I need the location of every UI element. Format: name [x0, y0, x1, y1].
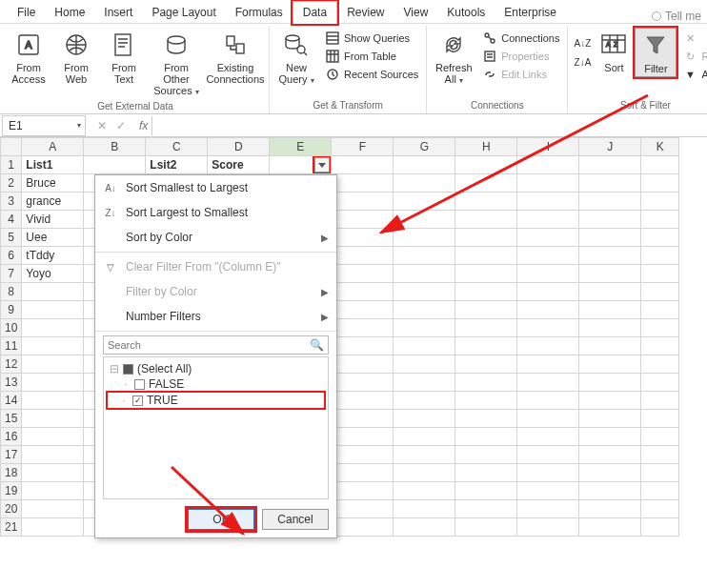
chevron-down-icon[interactable]: ▾ — [77, 121, 81, 130]
sort-smallest-largest[interactable]: A↓Sort Smallest to Largest — [95, 175, 336, 200]
cell-K4[interactable] — [641, 211, 679, 229]
cell-H13[interactable] — [455, 374, 517, 392]
cell-J11[interactable] — [579, 337, 641, 355]
cell-G8[interactable] — [394, 283, 455, 301]
col-header-K[interactable]: K — [641, 138, 679, 156]
cell-J6[interactable] — [579, 247, 641, 265]
cell-J16[interactable] — [579, 428, 641, 446]
row-header-8[interactable]: 8 — [1, 283, 22, 301]
cell-F13[interactable] — [332, 374, 394, 392]
cell-D1[interactable]: Score — [208, 156, 270, 174]
cell-F6[interactable] — [332, 247, 394, 265]
cell-F20[interactable] — [332, 500, 394, 518]
cell-F3[interactable] — [332, 193, 394, 211]
existing-connections-button[interactable]: Existing Connections — [206, 28, 265, 87]
cell-G11[interactable] — [394, 337, 455, 355]
cell-A10[interactable] — [22, 319, 84, 337]
checkbox-unchecked-icon[interactable] — [134, 379, 145, 390]
cell-I17[interactable] — [517, 446, 579, 464]
cell-A4[interactable]: Vivid — [22, 211, 84, 229]
cell-G12[interactable] — [394, 355, 455, 374]
cell-A18[interactable] — [22, 464, 84, 482]
checkbox-mixed-icon[interactable] — [123, 364, 133, 375]
cell-J1[interactable] — [579, 156, 641, 174]
cell-J4[interactable] — [579, 211, 641, 229]
cell-G17[interactable] — [394, 446, 455, 464]
cell-I5[interactable] — [517, 229, 579, 247]
col-header-E[interactable]: E — [270, 138, 332, 156]
col-header-C[interactable]: C — [146, 138, 208, 156]
cell-I9[interactable] — [517, 301, 579, 319]
cell-I11[interactable] — [517, 337, 579, 355]
cell-J12[interactable] — [579, 355, 641, 374]
cell-H20[interactable] — [455, 500, 517, 518]
cell-F1[interactable] — [332, 156, 394, 174]
cell-J14[interactable] — [579, 392, 641, 410]
cell-A15[interactable] — [22, 410, 84, 428]
col-header-D[interactable]: D — [208, 138, 270, 156]
cell-K21[interactable] — [641, 518, 679, 537]
cell-H9[interactable] — [455, 301, 517, 319]
filter-button[interactable]: Filter — [635, 28, 677, 77]
menu-file[interactable]: File — [8, 2, 45, 23]
cell-G14[interactable] — [394, 392, 455, 410]
from-text-button[interactable]: From Text — [101, 28, 147, 87]
cell-F8[interactable] — [332, 283, 394, 301]
cell-G3[interactable] — [394, 193, 455, 211]
cell-H19[interactable] — [455, 482, 517, 500]
cell-K19[interactable] — [641, 482, 679, 500]
filter-search-box[interactable]: 🔍 — [103, 335, 329, 355]
cell-I6[interactable] — [517, 247, 579, 265]
row-header-6[interactable]: 6 — [1, 247, 22, 265]
menu-kutools[interactable]: Kutools — [437, 2, 495, 23]
cell-J10[interactable] — [579, 319, 641, 337]
row-header-20[interactable]: 20 — [1, 500, 22, 518]
col-header-A[interactable]: A — [22, 138, 84, 156]
filter-value-true[interactable]: ·✓TRUE — [108, 393, 324, 408]
cell-K6[interactable] — [641, 247, 679, 265]
row-header-14[interactable]: 14 — [1, 392, 22, 410]
menu-view[interactable]: View — [394, 2, 438, 23]
checkbox-checked-icon[interactable]: ✓ — [132, 395, 143, 406]
cell-H16[interactable] — [455, 428, 517, 446]
menu-enterprise[interactable]: Enterprise — [495, 2, 566, 23]
cell-J17[interactable] — [579, 446, 641, 464]
cell-K2[interactable] — [641, 174, 679, 193]
cell-A17[interactable] — [22, 446, 84, 464]
cell-A19[interactable] — [22, 482, 84, 500]
cell-H10[interactable] — [455, 319, 517, 337]
filter-values-list[interactable]: ⊟(Select All) ·FALSE ·✓TRUE — [103, 356, 329, 499]
cell-J7[interactable] — [579, 265, 641, 283]
cell-F2[interactable] — [332, 174, 394, 193]
row-header-9[interactable]: 9 — [1, 301, 22, 319]
row-header-19[interactable]: 19 — [1, 482, 22, 500]
cell-A8[interactable] — [22, 283, 84, 301]
tell-me-search[interactable]: Tell me — [652, 10, 707, 23]
cell-J2[interactable] — [579, 174, 641, 193]
cell-A11[interactable] — [22, 337, 84, 355]
cell-A16[interactable] — [22, 428, 84, 446]
cell-H2[interactable] — [455, 174, 517, 193]
advanced-filter-button[interactable]: ▼Ad — [678, 66, 707, 83]
cell-H14[interactable] — [455, 392, 517, 410]
row-header-5[interactable]: 5 — [1, 229, 22, 247]
cell-J3[interactable] — [579, 193, 641, 211]
cell-A1[interactable]: List1 — [22, 156, 84, 174]
connections-button[interactable]: Connections — [478, 30, 563, 47]
cell-H11[interactable] — [455, 337, 517, 355]
cell-G21[interactable] — [394, 518, 455, 537]
cell-J15[interactable] — [579, 410, 641, 428]
menu-home[interactable]: Home — [45, 2, 94, 23]
menu-formulas[interactable]: Formulas — [226, 2, 293, 23]
cell-G10[interactable] — [394, 319, 455, 337]
cell-J18[interactable] — [579, 464, 641, 482]
cell-G16[interactable] — [394, 428, 455, 446]
filter-value-false[interactable]: ·FALSE — [110, 376, 322, 392]
row-header-7[interactable]: 7 — [1, 265, 22, 283]
number-filters[interactable]: Number Filters▶ — [95, 304, 336, 329]
row-header-11[interactable]: 11 — [1, 337, 22, 355]
cell-G7[interactable] — [394, 265, 455, 283]
row-header-2[interactable]: 2 — [1, 174, 22, 193]
cell-A5[interactable]: Uee — [22, 229, 84, 247]
cell-K17[interactable] — [641, 446, 679, 464]
